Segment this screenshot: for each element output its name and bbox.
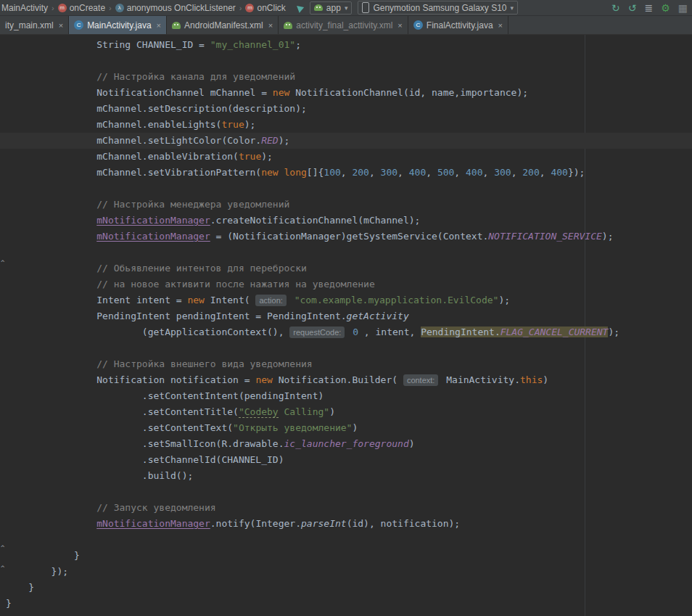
code-token: , — [540, 167, 551, 178]
code-token: ) — [543, 374, 548, 385]
tab-AndroidManifest.xml[interactable]: AndroidManifest.xml× — [167, 16, 279, 34]
code-token: 0 — [353, 327, 358, 337]
code-line[interactable]: // Обьявление интентов для переброски — [6, 260, 692, 276]
code-token: } — [6, 582, 34, 593]
code-token: // Настройка канала для уведомлений — [6, 71, 295, 82]
code-token — [6, 215, 96, 226]
code-token: ; — [295, 39, 301, 50]
code-token: = (NotificationManager)getSystemService(… — [210, 231, 489, 242]
main-toolbar: MainActivity›monCreate›λanonymous OnClic… — [0, 0, 692, 16]
code-line[interactable]: .setSmallIcon(R.drawable.ic_launcher_for… — [6, 436, 692, 452]
code-line[interactable]: mChannel.enableVibration(true); — [6, 149, 692, 165]
code-token: "Открыть уведомление" — [233, 422, 352, 433]
code-line[interactable]: mNotificationManager = (NotificationMana… — [6, 229, 692, 245]
code-line[interactable]: // на новое активити после нажатия на ув… — [6, 276, 692, 292]
code-token: , — [369, 167, 381, 178]
code-line[interactable]: .setContentText("Открыть уведомление") — [6, 420, 692, 436]
code-token: .setContentText( — [6, 422, 233, 433]
code-line[interactable]: }); — [6, 564, 692, 580]
code-token: "my_channel_01" — [210, 39, 295, 50]
code-editor[interactable]: String CHANNEL_ID = "my_channel_01"; // … — [0, 35, 692, 616]
code-token: } — [6, 550, 80, 561]
run-config-select[interactable]: app ▾ — [310, 1, 353, 15]
code-line[interactable] — [6, 532, 692, 548]
close-icon[interactable]: × — [268, 21, 273, 30]
close-icon[interactable]: × — [59, 21, 63, 30]
code-line[interactable]: mNotificationManager.createNotificationC… — [6, 213, 692, 229]
code-line[interactable]: mChannel.setVibrationPattern(new long[]{… — [6, 165, 692, 181]
breadcrumb-separator: › — [109, 4, 112, 12]
tab-MainActivity.java[interactable]: CMainActivity.java× — [69, 16, 167, 34]
breadcrumb-item[interactable]: onClick — [257, 3, 285, 13]
tab-ity_main.xml[interactable]: ity_main.xml× — [0, 16, 69, 34]
code-token: , — [426, 167, 437, 178]
code-line[interactable]: mChannel.setDescription(description); — [6, 101, 692, 117]
code-token: ); — [602, 231, 614, 242]
code-line[interactable]: Intent intent = new Intent( action: "com… — [6, 292, 692, 308]
code-line[interactable]: .build(); — [6, 468, 692, 484]
code-line[interactable] — [6, 181, 692, 197]
code-line[interactable]: } — [6, 548, 692, 564]
code-line[interactable]: NotificationChannel mChannel = new Notif… — [6, 85, 692, 101]
code-line[interactable]: // Настройка менеджера уведомлений — [6, 197, 692, 213]
chevron-down-icon: ▾ — [511, 4, 514, 12]
code-line[interactable] — [6, 245, 692, 260]
code-line[interactable]: Notification notification = new Notifica… — [6, 372, 692, 388]
breadcrumb-item[interactable]: onCreate — [70, 3, 105, 13]
code-line[interactable]: // Настройка внешнего вида уведомления — [6, 356, 692, 372]
code-token — [289, 295, 294, 305]
code-token: 400 — [409, 167, 426, 178]
code-token — [6, 518, 96, 529]
code-line[interactable]: } — [6, 580, 692, 596]
code-token: // на новое активити после нажатия на ув… — [6, 279, 375, 289]
code-line[interactable] — [6, 53, 692, 69]
breadcrumb-item[interactable]: MainActivity — [1, 3, 48, 13]
code-token: (id), notification); — [347, 518, 461, 529]
code-token: getActivity — [347, 311, 409, 321]
device-select[interactable]: Genymotion Samsung Galaxy S10 ▾ — [358, 1, 518, 15]
code-token: this — [520, 374, 543, 385]
code-token: , — [454, 167, 466, 178]
todo-list-icon[interactable]: ≣ — [644, 3, 653, 13]
fold-marker[interactable]: ^ — [1, 564, 4, 572]
code-token: String CHANNEL_ID = — [6, 39, 210, 50]
toolbar-icon-group: ↻↺≣⚙▦ — [611, 3, 688, 13]
code-token: 200 — [352, 167, 368, 178]
code-line[interactable] — [6, 484, 692, 500]
code-line[interactable]: mChannel.enableLights(true); — [6, 117, 692, 133]
code-line[interactable]: mChannel.setLightColor(Color.RED); — [0, 133, 692, 149]
gradle-sync-icon[interactable]: ↻ — [611, 3, 620, 13]
code-line[interactable]: .setContentIntent(pendingIntent) — [6, 388, 692, 404]
code-line[interactable]: } — [6, 596, 692, 612]
vcs-update-icon[interactable]: ↺ — [628, 3, 637, 13]
device-manager-icon[interactable]: ▦ — [678, 3, 688, 13]
code-line[interactable]: // Настройка канала для уведомлений — [6, 69, 692, 85]
code-token: mChannel.setDescription(description); — [6, 103, 307, 114]
code-line[interactable]: .setChannelId(CHANNEL_ID) — [6, 452, 692, 468]
code-token: .setContentIntent(pendingIntent) — [6, 390, 324, 401]
code-line[interactable]: (getApplicationContext(), requestCode: 0… — [6, 324, 692, 340]
tab-activity_final_acttivity.xml[interactable]: activity_final_acttivity.xml× — [279, 16, 408, 34]
android-file-icon — [172, 22, 181, 29]
class-file-icon: C — [74, 20, 83, 30]
fold-marker[interactable]: ^ — [1, 544, 4, 551]
close-icon[interactable]: × — [157, 21, 161, 30]
code-line[interactable]: .setContentTitle("Codeby Calling") — [6, 404, 692, 420]
code-token: FLAG_CANCEL_CURRENT — [501, 327, 609, 337]
tab-FinalActtivity.java[interactable]: CFinalActtivity.java× — [408, 16, 508, 34]
code-line[interactable]: mNotificationManager.notify(Integer.pars… — [6, 516, 692, 532]
code-token: 500 — [437, 167, 454, 178]
fold-marker[interactable]: ^ — [1, 259, 4, 266]
close-icon[interactable]: × — [398, 21, 402, 30]
code-line[interactable]: String CHANNEL_ID = "my_channel_01"; — [6, 37, 692, 53]
code-line[interactable]: PendingIntent pendingIntent = PendingInt… — [6, 308, 692, 324]
method-icon: m — [58, 4, 67, 12]
breadcrumb-item[interactable]: anonymous OnClickListener — [127, 3, 236, 13]
code-line[interactable] — [6, 340, 692, 356]
sdk-manager-icon[interactable]: ⚙ — [661, 3, 670, 13]
code-token: .setSmallIcon(R.drawable. — [6, 438, 284, 449]
code-line[interactable]: // Запуск уведомления — [6, 500, 692, 516]
close-icon[interactable]: × — [498, 21, 503, 30]
code-token: "Codeby — [239, 406, 279, 418]
navigate-arrow-icon[interactable] — [294, 3, 304, 12]
